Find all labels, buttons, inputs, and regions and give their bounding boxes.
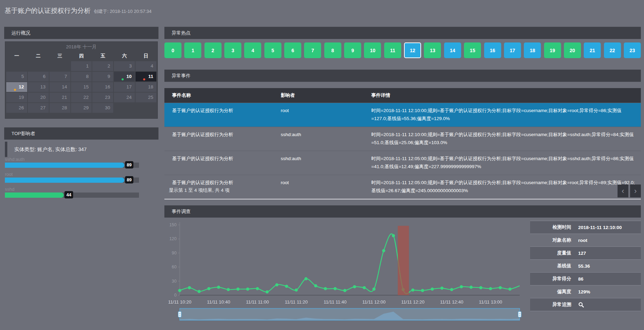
data-point: [470, 286, 473, 289]
calendar-day[interactable]: 1: [71, 61, 92, 71]
calendar-day[interactable]: 6: [28, 72, 49, 81]
y-axis-tick-label: 60: [172, 265, 177, 269]
hotspot-hour-button[interactable]: 20: [564, 42, 581, 58]
calendar-empty-cell: [135, 103, 156, 113]
y-axis-tick-label: 30: [172, 279, 177, 284]
hotspot-hour-button[interactable]: 1: [184, 42, 201, 58]
calendar-day[interactable]: 20: [28, 93, 49, 102]
hotspot-hour-button[interactable]: 15: [464, 42, 481, 58]
entity-summary-row: 实体类型: 账户名, 实体总数: 347: [5, 142, 158, 157]
calendar-weekday: 三: [49, 51, 70, 61]
created-timestamp: 创建于: 2018-11-10 20:57:34: [94, 9, 152, 14]
data-point: [353, 285, 356, 288]
events-table-row[interactable]: 基于账户的认证授权行为分析root时间=2018-11-11 12:10:00;…: [164, 103, 641, 127]
hotspot-hour-button[interactable]: 4: [244, 42, 261, 58]
hotspot-hour-button[interactable]: 18: [524, 42, 541, 58]
influencer-bar-row: root89: [5, 172, 139, 183]
events-table-row[interactable]: 基于账户的认证授权行为分析sshd:auth时间=2018-11-11 12:1…: [164, 127, 641, 151]
events-column-header: 事件名称: [164, 88, 273, 103]
panel-header-top-influencers: TOP影响者: [4, 127, 158, 140]
calendar-day[interactable]: 28: [49, 103, 70, 113]
calendar-day[interactable]: 27: [28, 103, 49, 113]
calendar-day[interactable]: 30: [92, 103, 113, 113]
data-point: [460, 285, 463, 288]
datazoom-handle-right[interactable]: [518, 312, 521, 317]
calendar-day[interactable]: 12: [6, 82, 27, 92]
x-axis-tick-label: 11/11 10:40: [207, 299, 230, 305]
calendar-day[interactable]: 10: [114, 72, 135, 81]
events-table-row[interactable]: 基于账户的认证授权行为分析root时间=2018-11-11 12:05:00;…: [164, 175, 641, 199]
data-point: [275, 283, 278, 286]
calendar-day[interactable]: 23: [92, 93, 113, 102]
calendar-day[interactable]: 15: [71, 82, 92, 92]
event-name-cell: 基于账户的认证授权行为分析: [164, 127, 273, 151]
hotspot-hours-row: 01234567891011121314151617181920212223: [164, 42, 641, 58]
chevron-right-icon[interactable]: ›: [630, 184, 641, 197]
hotspot-hour-button-selected[interactable]: 12: [404, 42, 421, 58]
hotspot-hour-button[interactable]: 10: [364, 42, 381, 58]
influencer-bar-row: sshd:auth89: [5, 157, 139, 168]
hotspot-hour-button[interactable]: 14: [444, 42, 461, 58]
hotspot-hour-button[interactable]: 23: [624, 42, 641, 58]
hotspot-hour-button[interactable]: 13: [424, 42, 441, 58]
data-point: [411, 289, 414, 292]
magnifier-icon[interactable]: [578, 302, 584, 308]
data-point: [265, 290, 269, 293]
events-table-row[interactable]: 基于账户的认证授权行为分析sshd:auth时间=2018-11-11 12:0…: [164, 151, 641, 175]
calendar-day[interactable]: 29: [71, 103, 92, 113]
data-point: [509, 288, 512, 291]
hotspot-hour-button[interactable]: 19: [544, 42, 561, 58]
datazoom-brush[interactable]: [180, 308, 520, 320]
hotspot-hour-button[interactable]: 6: [284, 42, 301, 58]
calendar-day[interactable]: 19: [6, 93, 27, 102]
detail-row: 度量值127: [530, 247, 641, 260]
calendar-day[interactable]: 26: [6, 103, 27, 113]
hotspot-hour-button[interactable]: 0: [164, 42, 181, 58]
hotspot-hour-button[interactable]: 7: [304, 42, 321, 58]
calendar-day[interactable]: 2: [92, 61, 113, 71]
hotspot-hour-button[interactable]: 9: [344, 42, 361, 58]
hotspot-hour-button[interactable]: 8: [324, 42, 341, 58]
events-panel-title: 异常事件: [172, 73, 191, 79]
calendar-day[interactable]: 9: [92, 72, 113, 81]
calendar-weekday: 五: [92, 51, 113, 61]
calendar-day[interactable]: 5: [6, 72, 27, 81]
calendar-weekday: 四: [71, 51, 92, 61]
hotspot-hour-button[interactable]: 2: [204, 42, 222, 58]
data-point: [295, 289, 298, 292]
hotspot-hour-button[interactable]: 21: [584, 42, 601, 58]
calendar-day[interactable]: 14: [49, 82, 70, 92]
data-point: [431, 288, 434, 291]
detail-value: 2018-11-11 12:10:00: [571, 225, 622, 230]
detail-value: root: [571, 238, 587, 243]
calendar-day[interactable]: 7: [49, 72, 70, 81]
event-name-cell: 基于账户的认证授权行为分析: [164, 151, 273, 175]
hotspot-hour-button[interactable]: 17: [504, 42, 521, 58]
calendar-day[interactable]: 17: [114, 82, 135, 92]
calendar-day[interactable]: 22: [71, 93, 92, 102]
calendar-day[interactable]: 3: [114, 61, 135, 71]
data-point: [343, 289, 347, 292]
hotspot-hour-button[interactable]: 22: [604, 42, 621, 58]
calendar-day[interactable]: 13: [28, 82, 49, 92]
datazoom-handle-left[interactable]: [178, 312, 181, 317]
detail-row: 偏离度129%: [530, 285, 641, 298]
calendar-day[interactable]: 18: [135, 82, 156, 92]
influencer-bar-track: 89: [5, 163, 139, 168]
chevron-left-icon[interactable]: ‹: [618, 184, 628, 197]
calendar-day[interactable]: 8: [71, 72, 92, 81]
calendar-day[interactable]: 4: [135, 61, 156, 71]
pagination-summary: 显示第 1 至 4 项结果, 共 4 项: [169, 187, 230, 194]
influencer-value-badge: 44: [64, 191, 73, 198]
event-name-cell: 基于账户的认证授权行为分析: [164, 175, 273, 199]
calendar-day[interactable]: 25: [135, 93, 156, 102]
hotspot-hour-button[interactable]: 3: [224, 42, 241, 58]
hotspot-hour-button[interactable]: 5: [264, 42, 281, 58]
calendar-day[interactable]: 11: [135, 72, 156, 81]
calendar-day[interactable]: 21: [49, 93, 70, 102]
calendar-day[interactable]: 16: [92, 82, 113, 92]
hotspot-hour-button[interactable]: 11: [384, 42, 401, 58]
calendar-day[interactable]: 24: [114, 93, 135, 102]
hotspot-hour-button[interactable]: 16: [484, 42, 501, 58]
detail-value: 127: [571, 251, 586, 256]
